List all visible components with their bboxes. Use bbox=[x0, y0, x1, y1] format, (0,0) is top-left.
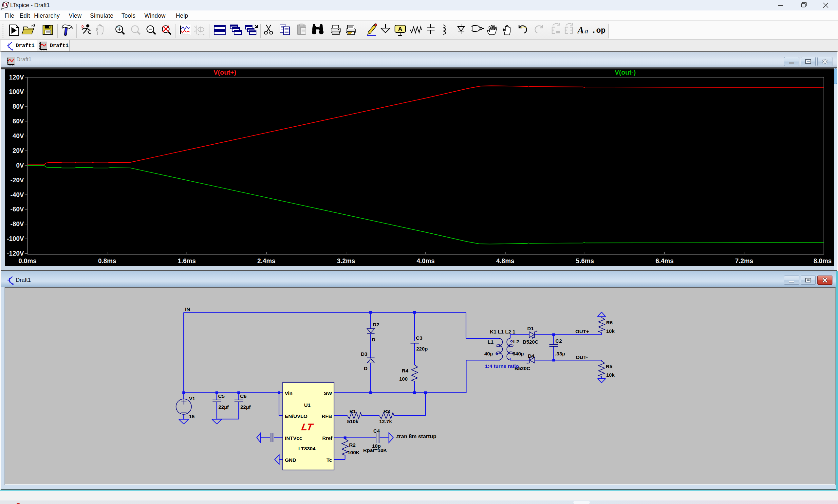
svg-text:GND: GND bbox=[285, 457, 296, 463]
svg-text:C5: C5 bbox=[218, 393, 225, 399]
svg-text:Rpar=10K: Rpar=10K bbox=[363, 447, 387, 453]
svg-text:0.0ms: 0.0ms bbox=[18, 257, 36, 265]
svg-text:22µf: 22µf bbox=[219, 404, 229, 410]
svg-text:B520C: B520C bbox=[523, 339, 538, 345]
svg-text:R6: R6 bbox=[606, 320, 613, 325]
svg-text:L1: L1 bbox=[488, 339, 493, 345]
svg-text:-20V: -20V bbox=[11, 176, 24, 184]
svg-text:V(out+): V(out+) bbox=[213, 69, 236, 76]
svg-text:R4: R4 bbox=[402, 368, 408, 374]
svg-text:20V: 20V bbox=[13, 147, 24, 154]
svg-text:C3: C3 bbox=[416, 335, 422, 341]
svg-text:0.8ms: 0.8ms bbox=[98, 257, 116, 265]
svg-text:U1: U1 bbox=[304, 402, 311, 408]
svg-text:22µf: 22µf bbox=[240, 404, 251, 410]
svg-text:100K: 100K bbox=[347, 450, 360, 455]
svg-text:Vin: Vin bbox=[285, 391, 293, 396]
svg-text:8.0ms: 8.0ms bbox=[814, 257, 832, 265]
svg-text:-80V: -80V bbox=[11, 220, 24, 228]
svg-text:INTVcc: INTVcc bbox=[285, 435, 302, 441]
svg-text:.tran 8m startup: .tran 8m startup bbox=[396, 433, 437, 439]
svg-text:LT8304: LT8304 bbox=[298, 446, 316, 451]
svg-text:1.6ms: 1.6ms bbox=[178, 257, 196, 265]
svg-text:D1: D1 bbox=[527, 326, 534, 331]
svg-text:12.7k: 12.7k bbox=[379, 418, 392, 424]
svg-text:Rref: Rref bbox=[322, 435, 333, 441]
svg-text:V1: V1 bbox=[189, 396, 195, 401]
svg-text:4.8ms: 4.8ms bbox=[496, 257, 514, 265]
svg-text:10k: 10k bbox=[606, 328, 615, 334]
svg-text:4.0ms: 4.0ms bbox=[417, 257, 435, 265]
svg-text:6.4ms: 6.4ms bbox=[656, 257, 674, 265]
svg-text:SW: SW bbox=[324, 391, 332, 396]
svg-text:V(out-): V(out-) bbox=[615, 69, 635, 76]
svg-text:0V: 0V bbox=[16, 162, 24, 169]
svg-text:C6: C6 bbox=[240, 393, 247, 399]
svg-text:7.2ms: 7.2ms bbox=[735, 257, 753, 265]
svg-text:D: D bbox=[372, 337, 375, 342]
svg-text:120V: 120V bbox=[9, 74, 24, 81]
svg-text:R2: R2 bbox=[349, 442, 356, 448]
svg-text:EN/UVLO: EN/UVLO bbox=[285, 413, 308, 419]
svg-text:D2: D2 bbox=[373, 322, 379, 327]
svg-text:40V: 40V bbox=[13, 132, 24, 140]
svg-text:-40V: -40V bbox=[11, 191, 24, 198]
svg-text:Tc: Tc bbox=[327, 457, 332, 463]
svg-text:60V: 60V bbox=[13, 118, 24, 125]
svg-text:15: 15 bbox=[189, 414, 195, 419]
svg-text:40µ: 40µ bbox=[484, 351, 493, 356]
svg-text:5.6ms: 5.6ms bbox=[576, 257, 594, 265]
svg-text:A: A bbox=[398, 26, 402, 32]
svg-text:-100V: -100V bbox=[7, 235, 24, 242]
svg-text:C4: C4 bbox=[373, 428, 380, 434]
svg-text:1:4 turns ratio: 1:4 turns ratio bbox=[485, 363, 519, 369]
svg-text:R5: R5 bbox=[606, 364, 612, 369]
svg-text:-120V: -120V bbox=[7, 250, 24, 257]
svg-text:.op: .op bbox=[591, 26, 606, 35]
svg-text:-60V: -60V bbox=[11, 205, 24, 213]
svg-text:2.4ms: 2.4ms bbox=[257, 257, 275, 265]
svg-text:D3: D3 bbox=[361, 351, 367, 357]
svg-text:R3: R3 bbox=[383, 409, 390, 414]
svg-text:RFB: RFB bbox=[321, 413, 332, 419]
svg-text:R1: R1 bbox=[349, 409, 356, 414]
svg-text:640µ: 640µ bbox=[512, 351, 524, 356]
svg-text:100V: 100V bbox=[9, 88, 24, 95]
svg-text:10k: 10k bbox=[606, 372, 615, 378]
svg-text:510k: 510k bbox=[347, 418, 359, 424]
svg-text:3.2ms: 3.2ms bbox=[337, 257, 355, 265]
svg-text:D: D bbox=[364, 365, 367, 371]
svg-text:220p: 220p bbox=[416, 346, 428, 352]
svg-text:OUT+: OUT+ bbox=[575, 328, 589, 334]
svg-text:OUT-: OUT- bbox=[576, 355, 588, 360]
svg-text:IN: IN bbox=[185, 306, 190, 312]
svg-text:.33µ: .33µ bbox=[555, 351, 565, 356]
svg-text:D4: D4 bbox=[528, 353, 535, 359]
svg-text:100: 100 bbox=[399, 376, 408, 382]
svg-text:80V: 80V bbox=[13, 103, 24, 110]
svg-text:L2: L2 bbox=[513, 339, 519, 344]
svg-text:a: a bbox=[584, 27, 588, 35]
svg-text:K1 L1 L2 1: K1 L1 L2 1 bbox=[490, 329, 516, 335]
svg-text:C2: C2 bbox=[555, 338, 562, 344]
svg-text:A: A bbox=[577, 24, 584, 35]
